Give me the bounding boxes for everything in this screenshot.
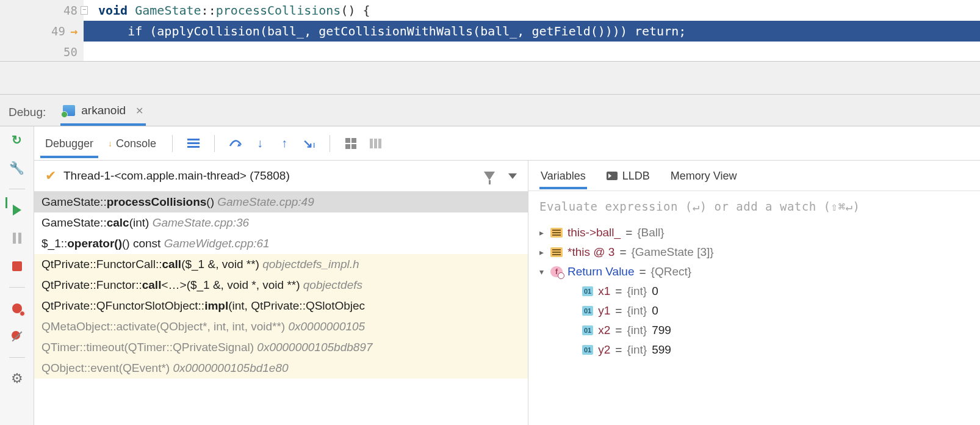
variable-row[interactable]: 01 y1 = {int} 0 [528,301,980,321]
debug-tool-window-header: Debug: arkanoid ✕ [0,95,980,126]
variables-pane: Variables LLDB Memory View Evaluate expr… [528,161,980,425]
separator [214,135,215,152]
stack-frame[interactable]: QObject::event(QEvent*) 0x0000000105bd1e… [34,358,528,379]
code-text[interactable]: void GameState::processCollisions() { [84,0,980,21]
step-out-button[interactable]: ↑ [275,134,294,153]
evaluate-expression-button[interactable] [341,134,361,153]
variable-row[interactable]: 01 x1 = {int} 0 [528,282,980,301]
variables-tree[interactable]: ▸ this->ball_ = {Ball} ▸ *this @ 3 = {Ga… [528,222,980,425]
stack-frame[interactable]: $_1::operator()() const GameWidget.cpp:6… [34,233,528,254]
threads-button[interactable] [184,134,203,153]
filter-icon[interactable] [484,172,495,180]
step-into-button[interactable]: ↓ [250,134,270,153]
thread-selector[interactable]: ✔ Thread-1-<com.apple.main-thread> (7580… [34,161,528,192]
stack-frame[interactable]: QTimer::timeout(QTimer::QPrivateSignal) … [34,337,528,358]
tab-variables[interactable]: Variables [539,162,587,189]
separator [172,135,173,152]
struct-icon [550,247,563,257]
expand-icon[interactable]: ▸ [537,247,546,257]
variable-row[interactable]: ▸ *this @ 3 = {GameState [3]} [528,242,980,262]
resume-button[interactable] [9,203,25,217]
view-breakpoints-button[interactable] [9,301,25,316]
close-icon[interactable]: ✕ [132,105,143,117]
stack-frame[interactable]: GameState::processCollisions() GameState… [34,192,528,212]
stack-frame[interactable]: QtPrivate::FunctorCall::call($_1 &, void… [34,254,528,275]
rerun-button[interactable] [9,133,25,147]
variable-row[interactable]: 01 y2 = {int} 599 [528,340,980,360]
code-text[interactable]: if (applyCollision(ball_, getCollisionWi… [84,21,980,42]
step-over-button[interactable] [226,134,245,153]
stack-frame[interactable]: QMetaObject::activate(QObject*, int, int… [34,316,528,337]
variable-row[interactable]: ▸ this->ball_ = {Ball} [528,223,980,242]
separator [9,287,25,288]
application-icon [63,105,75,116]
editor[interactable]: 48 − void GameState::processCollisions()… [0,0,980,61]
struct-icon [550,228,563,238]
stack-frame[interactable]: QtPrivate::Functor::call<…>($_1 &, void … [34,275,528,296]
code-line-48[interactable]: 48 − void GameState::processCollisions()… [0,0,980,21]
check-icon: ✔ [45,168,56,184]
tab-lldb[interactable]: LLDB [605,162,651,189]
variables-tabs: Variables LLDB Memory View [528,161,980,191]
collapse-icon[interactable]: ▾ [537,267,546,277]
primitive-icon: 01 [582,286,593,296]
debug-label: Debug: [9,106,46,126]
function-return-icon: f [550,266,563,277]
primitive-icon: 01 [582,306,593,316]
download-icon: ↓ [108,139,112,148]
tab-memory-view[interactable]: Memory View [669,162,738,189]
gutter[interactable]: 49 → [0,21,84,42]
settings-button[interactable] [9,371,25,386]
terminal-icon [607,172,618,180]
editor-status-bar [0,61,980,95]
variable-row-return[interactable]: ▾ f Return Value = {QRect} [528,262,980,282]
tab-debugger[interactable]: Debugger [40,129,98,158]
separator [9,189,25,189]
gutter[interactable]: 50 [0,42,84,61]
line-number: 49 [51,21,65,42]
debug-side-toolbar [0,126,34,425]
expand-icon[interactable]: ▸ [537,228,546,238]
gutter[interactable]: 48 − [0,0,84,21]
layout-settings-button[interactable] [366,134,385,153]
modify-run-config-button[interactable] [9,161,25,175]
tab-console[interactable]: ↓Console [103,129,161,158]
watch-expression-input[interactable]: Evaluate expression (↵) or add a watch (… [528,191,980,222]
run-config-tab[interactable]: arkanoid ✕ [60,100,146,126]
mute-breakpoints-button[interactable] [9,329,25,344]
thread-name: Thread-1-<com.apple.main-thread> (75808) [63,169,290,183]
run-config-name: arkanoid [81,104,126,117]
variable-row[interactable]: 01 x2 = {int} 799 [528,321,980,340]
primitive-icon: 01 [582,345,593,355]
stack-frame[interactable]: GameState::calc(int) GameState.cpp:36 [34,212,528,233]
frames-pane: ✔ Thread-1-<com.apple.main-thread> (7580… [34,161,528,425]
line-number: 50 [63,42,77,61]
code-line-50[interactable]: 50 [0,42,980,61]
code-text[interactable] [84,42,980,61]
line-number: 48 [63,0,77,21]
primitive-icon: 01 [582,325,593,335]
run-to-cursor-button[interactable]: ↘I [299,134,319,153]
execution-point-icon: → [70,21,77,42]
stop-button[interactable] [9,259,25,274]
pause-button[interactable] [9,231,25,245]
code-line-49-current[interactable]: 49 → if (applyCollision(ball_, getCollis… [0,21,980,42]
debugger-toolbar: Debugger ↓Console ↓ ↑ ↘I [34,126,980,161]
chevron-down-icon[interactable] [508,173,517,179]
separator [330,135,330,152]
fold-handle-icon[interactable]: − [81,6,88,15]
frames-list[interactable]: GameState::processCollisions() GameState… [34,192,528,425]
separator [9,357,25,358]
stack-frame[interactable]: QtPrivate::QFunctorSlotObject::impl(int,… [34,296,528,316]
